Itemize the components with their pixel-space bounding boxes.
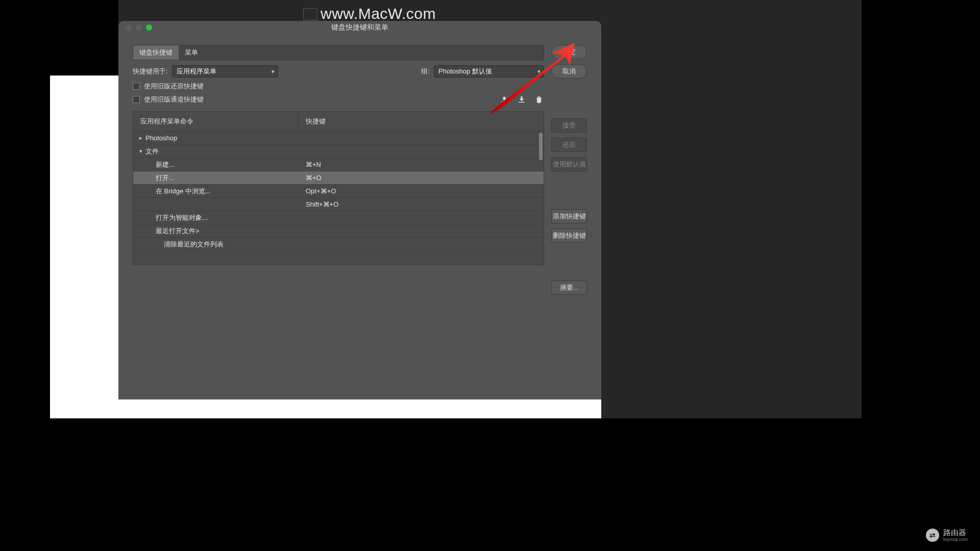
checkbox-icon[interactable] <box>133 96 140 103</box>
shortcut-open[interactable]: ⌘+O <box>299 174 544 182</box>
row-browse-bridge[interactable]: 在 Bridge 中浏览... <box>156 187 211 196</box>
shortcut-bridge-alt[interactable]: Shift+⌘+O <box>299 201 544 208</box>
brand-badge: ⇄ 路由器 luyouqi.com <box>926 528 968 542</box>
watermark-text: www.MacW.com <box>321 5 436 22</box>
trash-icon[interactable] <box>534 95 544 104</box>
brand-name: 路由器 <box>943 528 966 537</box>
set-select[interactable]: Photoshop 默认值 <box>434 65 544 78</box>
legacy-channel-label: 使用旧版通道快捷键 <box>144 95 204 104</box>
cancel-button[interactable]: 取消 <box>551 64 587 79</box>
save-set-icon[interactable] <box>499 95 509 104</box>
row-new[interactable]: 新建... <box>156 160 175 169</box>
dialog-title: 键盘快捷键和菜单 <box>118 23 601 32</box>
row-open[interactable]: 打开... <box>156 173 175 183</box>
row-clear-recent[interactable]: 清除最近的文件列表 <box>164 240 224 249</box>
legacy-undo-label: 使用旧版还原快捷键 <box>144 82 204 91</box>
watermark: www.MacW.com <box>303 5 436 22</box>
tab-menus[interactable]: 菜单 <box>179 45 204 60</box>
summary-button[interactable]: 摘要... <box>551 281 587 295</box>
column-shortcut: 快捷键 <box>299 112 544 131</box>
keyboard-shortcuts-dialog: 键盘快捷键和菜单 键盘快捷键 菜单 快捷键用于: 应用程序菜单 组: Photo… <box>118 21 601 399</box>
use-default-button[interactable]: 使用默认值 <box>551 157 587 171</box>
row-open-smart-object[interactable]: 打开为智能对象... <box>156 213 208 222</box>
shortcut-for-value: 应用程序菜单 <box>177 67 216 76</box>
chevron-down-icon[interactable]: ▾ <box>138 148 143 155</box>
shortcut-bridge[interactable]: Opt+⌘+O <box>299 187 544 195</box>
dialog-tabs: 键盘快捷键 菜单 <box>133 45 544 60</box>
shortcut-table: 应用程序菜单命令 快捷键 ▸Photoshop ▾文件 新建...⌘+N 打开.… <box>133 111 544 265</box>
dialog-titlebar: 键盘快捷键和菜单 <box>118 21 601 34</box>
set-label: 组: <box>421 67 430 76</box>
shortcut-new[interactable]: ⌘+N <box>299 161 544 168</box>
shortcut-for-label: 快捷键用于: <box>133 67 168 76</box>
undo-button[interactable]: 还原 <box>551 138 587 152</box>
row-file[interactable]: 文件 <box>145 147 159 156</box>
row-open-recent[interactable]: 最近打开文件> <box>156 227 200 236</box>
delete-shortcut-button[interactable]: 删除快捷键 <box>551 229 587 243</box>
set-value: Photoshop 默认值 <box>438 67 492 76</box>
table-body[interactable]: ▸Photoshop ▾文件 新建...⌘+N 打开...⌘+O 在 Bridg… <box>133 132 544 265</box>
add-shortcut-button[interactable]: 添加快捷键 <box>551 209 587 223</box>
checkbox-icon[interactable] <box>133 83 140 90</box>
shortcut-for-select[interactable]: 应用程序菜单 <box>172 65 278 78</box>
legacy-channel-row[interactable]: 使用旧版通道快捷键 <box>133 95 499 104</box>
accept-button[interactable]: 接受 <box>551 118 587 133</box>
column-command: 应用程序菜单命令 <box>133 112 299 131</box>
brand-logo-icon: ⇄ <box>926 529 939 542</box>
set-icons <box>499 95 544 104</box>
row-photoshop[interactable]: Photoshop <box>145 134 177 142</box>
watermark-logo-icon <box>303 8 317 20</box>
tab-keyboard-shortcuts[interactable]: 键盘快捷键 <box>133 45 179 60</box>
ok-button[interactable]: 确定 <box>551 45 587 59</box>
chevron-right-icon[interactable]: ▸ <box>138 135 143 141</box>
legacy-undo-row[interactable]: 使用旧版还原快捷键 <box>133 82 499 91</box>
save-set-as-icon[interactable] <box>517 95 527 104</box>
brand-sub: luyouqi.com <box>943 537 968 542</box>
scrollbar-thumb[interactable] <box>539 133 543 160</box>
